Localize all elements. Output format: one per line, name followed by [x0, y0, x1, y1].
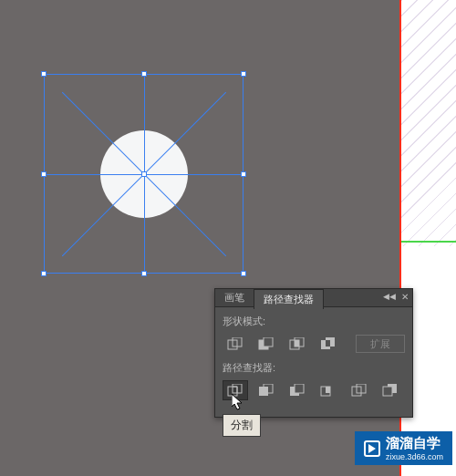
- pathfinders-label: 路径查找器:: [223, 361, 405, 375]
- tab-pathfinder[interactable]: 路径查找器: [254, 289, 324, 309]
- handle-br[interactable]: [241, 271, 246, 276]
- handle-bl[interactable]: [41, 271, 47, 276]
- watermark-site: zixue.3d66.com: [386, 452, 443, 461]
- handle-tc[interactable]: [141, 71, 147, 77]
- unite-icon: [227, 337, 244, 350]
- svg-rect-17: [295, 384, 304, 393]
- intersect-button[interactable]: [285, 334, 310, 354]
- trim-button[interactable]: [254, 380, 279, 400]
- panel-header: 画笔 路径查找器 ◀◀ ✕: [215, 289, 412, 307]
- hatch-pattern: [401, 0, 456, 246]
- collapse-icon[interactable]: ◀◀: [383, 292, 396, 301]
- expand-button[interactable]: 扩展: [356, 335, 405, 353]
- svg-rect-9: [326, 340, 330, 347]
- merge-button[interactable]: [285, 380, 310, 400]
- pathfinders-row: [223, 380, 405, 400]
- svg-marker-25: [368, 444, 376, 453]
- crop-icon: [320, 384, 337, 397]
- handle-tl[interactable]: [41, 71, 47, 77]
- outline-button[interactable]: [347, 380, 372, 400]
- shape-modes-label: 形状模式:: [223, 315, 405, 328]
- svg-marker-24: [232, 394, 242, 409]
- svg-rect-6: [295, 340, 299, 347]
- handle-ml[interactable]: [41, 171, 47, 177]
- handle-bc[interactable]: [141, 271, 147, 276]
- unite-button[interactable]: [223, 334, 248, 354]
- watermark-brand: 溜溜自学: [386, 435, 443, 452]
- cursor-icon: [232, 394, 244, 410]
- handle-tr[interactable]: [241, 71, 246, 77]
- merge-icon: [289, 384, 306, 397]
- crop-button[interactable]: [316, 380, 341, 400]
- selection-bounding-box[interactable]: [44, 74, 244, 274]
- minus-front-button[interactable]: [254, 334, 279, 354]
- minus-back-button[interactable]: [378, 380, 403, 400]
- trim-icon: [258, 384, 275, 397]
- tab-brush[interactable]: 画笔: [215, 288, 254, 307]
- handle-mr[interactable]: [241, 171, 246, 177]
- exclude-button[interactable]: [316, 334, 341, 354]
- guide-line[interactable]: [401, 241, 456, 243]
- exclude-icon: [320, 337, 337, 350]
- watermark: 溜溜自学 zixue.3d66.com: [355, 431, 452, 465]
- close-icon[interactable]: ✕: [401, 292, 409, 302]
- play-icon: [364, 440, 380, 457]
- tooltip: 分割: [223, 414, 261, 437]
- svg-rect-23: [383, 387, 392, 396]
- panel-body: 形状模式: 扩展 路径查找器:: [215, 307, 412, 417]
- svg-rect-3: [264, 337, 273, 347]
- intersect-icon: [289, 337, 306, 350]
- handle-mc[interactable]: [141, 171, 147, 177]
- minus-back-icon: [382, 384, 399, 397]
- outline-icon: [351, 384, 368, 397]
- svg-rect-19: [326, 387, 330, 393]
- minus-front-icon: [258, 337, 275, 350]
- shape-modes-row: 扩展: [223, 334, 405, 354]
